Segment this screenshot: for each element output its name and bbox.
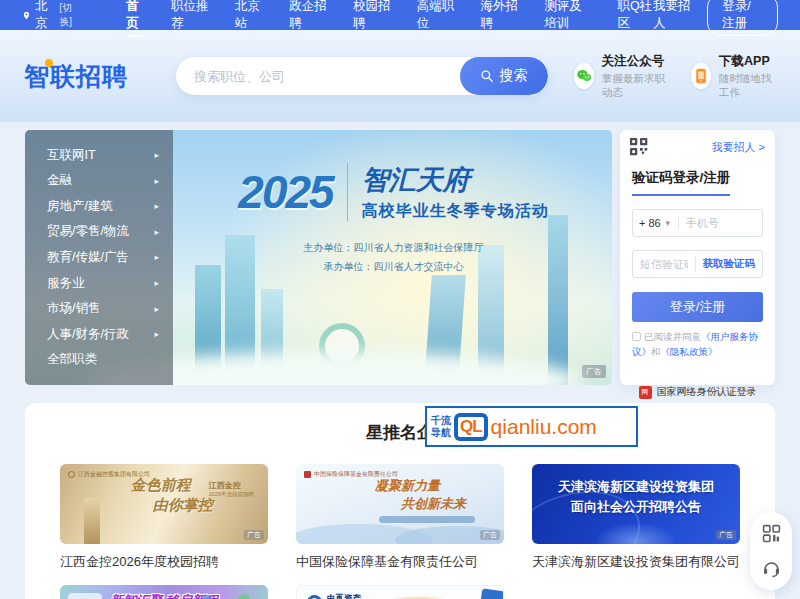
chevron-down-icon: ▼	[664, 219, 672, 228]
watermark-ql-logo: QL	[454, 413, 488, 441]
search-button[interactable]: 搜索	[460, 57, 548, 95]
sidebar-item-education-media[interactable]: 教育/传媒/广告▸	[47, 249, 159, 266]
login-register-button-top[interactable]: 登录/注册	[707, 0, 778, 36]
get-code-button[interactable]: 获取验证码	[695, 257, 763, 271]
featured-title: 星推名企	[60, 421, 740, 444]
company-caption: 江西金控2026年度校园招聘	[60, 553, 268, 571]
recruit-link-panel[interactable]: 我要招人 >	[712, 140, 765, 155]
nav-item-assessment[interactable]: 测评及培训	[544, 0, 591, 38]
banner-hosts: 主办单位：四川省人力资源和社会保障厅 承办单位：四川省人才交流中心	[183, 238, 604, 276]
sms-code-input[interactable]	[633, 258, 695, 270]
building-shape	[424, 275, 466, 385]
agreement-prefix: 已阅读并同意	[644, 331, 701, 342]
search-button-label: 搜索	[500, 67, 528, 85]
sidebar-item-service[interactable]: 服务业▸	[47, 275, 159, 292]
search-bar: 搜索	[176, 57, 548, 95]
app-download[interactable]: 下载APP 随时随地找工作	[691, 53, 776, 100]
nav-item-campus[interactable]: 校园招聘	[353, 0, 391, 38]
watermark-qianliu[interactable]: 千流 导航 QL qianliu.com	[425, 406, 638, 447]
category-label: 金融	[47, 172, 72, 189]
company-banner: 中再资产 CHINA RE ASSET	[296, 585, 504, 599]
sidebar-item-marketing-sales[interactable]: 市场/销售▸	[47, 300, 159, 317]
zhilian-logo[interactable]: 智联招聘	[24, 60, 128, 93]
agreement-text: 已阅读并同意《用户服务协议》和《隐私政策》	[632, 330, 763, 359]
topbar-right: 我要招人 登录/注册	[653, 0, 778, 36]
mini-program-qr-icon[interactable]	[762, 524, 781, 543]
agreement-checkbox[interactable]	[632, 332, 641, 341]
chevron-right-icon: ▸	[154, 252, 159, 262]
pager-active-pill[interactable]	[306, 370, 322, 374]
login-submit-button[interactable]: 登录/注册	[632, 292, 763, 322]
search-input[interactable]	[176, 57, 460, 95]
chevron-right-icon: ▸	[154, 329, 159, 339]
banner-divider	[347, 163, 348, 221]
app-title: 下载APP	[719, 53, 776, 70]
nav-item-zhiq-community[interactable]: 职Q社区	[617, 0, 653, 38]
dot-decoration	[238, 594, 250, 599]
banner-titles: 智汇天府 高校毕业生冬季专场活动	[362, 162, 549, 222]
gov-login-label: 国家网络身份认证登录	[657, 385, 757, 399]
wechat-icon	[574, 63, 594, 89]
agreement-and: 和	[651, 346, 661, 357]
recruit-link-top[interactable]: 我要招人	[653, 0, 691, 32]
category-label: 房地产/建筑	[47, 198, 113, 215]
phone-input-row: + 86 ▼	[632, 209, 763, 237]
banner-headline: 2025 智汇天府 高校毕业生冬季专场活动	[238, 162, 548, 222]
banner-subtitle: 高校毕业生冬季专场活动	[362, 201, 549, 222]
category-label: 市场/销售	[47, 300, 100, 317]
sidebar-item-trade-logistics[interactable]: 贸易/零售/物流▸	[47, 223, 159, 240]
job-category-sidebar: 互联网IT▸ 金融▸ 房地产/建筑▸ 贸易/零售/物流▸ 教育/传媒/广告▸ 服…	[25, 130, 173, 385]
watermark-nav-line1: 千流	[431, 415, 451, 427]
sidebar-item-finance[interactable]: 金融▸	[47, 172, 159, 189]
nav-item-job-recommend[interactable]: 职位推荐	[171, 0, 209, 38]
wechat-title: 关注公众号	[602, 53, 667, 70]
ad-tag: 广告	[480, 530, 500, 540]
category-label: 互联网IT	[47, 147, 96, 164]
company-logo-icon	[304, 471, 311, 478]
company-card-insurance-fund[interactable]: 中国保险保障基金有限责任公司 凝聚新力量 共创新未来 广告 中国保险保障基金有限…	[296, 464, 504, 585]
privacy-policy-link[interactable]: 《隐私政策》	[661, 346, 718, 357]
pager-dot[interactable]	[327, 370, 331, 374]
banner-pagination[interactable]	[306, 370, 331, 374]
nav-item-home[interactable]: 首页	[126, 0, 145, 38]
city-switch-label: [切换]	[59, 1, 80, 29]
customer-service-headset-icon[interactable]	[762, 559, 781, 578]
gov-badge-icon: 网	[639, 386, 652, 399]
banner-content: 2025 智汇天府 高校毕业生冬季专场活动 主办单位：四川省人力资源和社会保障厅…	[183, 162, 604, 276]
glow-decoration	[594, 522, 677, 544]
sidebar-item-realestate[interactable]: 房地产/建筑▸	[47, 198, 159, 215]
sidebar-item-all-categories[interactable]: 全部职类	[47, 351, 159, 368]
nav-item-overseas[interactable]: 海外招聘	[480, 0, 518, 38]
main-nav: 首页 职位推荐 北京站 政企招聘 校园招聘 高端职位 海外招聘 测评及培训 职Q…	[126, 0, 653, 38]
company-card-jiangxi[interactable]: 江西金融控股集团有限公司 金色前程 由你掌控 江西金控 2026年度校园招聘 广…	[60, 464, 268, 585]
country-code-select[interactable]: + 86 ▼	[633, 217, 678, 229]
main-banner-ad[interactable]: 2025 智汇天府 高校毕业生冬季专场活动 主办单位：四川省人力资源和社会保障厅…	[25, 130, 612, 385]
nav-item-high-end[interactable]: 高端职位	[417, 0, 455, 38]
company-card-partial-chinare[interactable]: 中再资产 CHINA RE ASSET	[296, 585, 504, 599]
blue-decoration	[480, 588, 504, 599]
sidebar-item-hr-finance-admin[interactable]: 人事/财务/行政▸	[47, 326, 159, 343]
city-selector[interactable]: 北京 [切换]	[22, 0, 80, 32]
wechat-subtitle: 掌握最新求职动态	[602, 72, 667, 100]
location-pin-icon	[22, 9, 31, 22]
banner-side-text2: 2026年度校园招聘	[209, 491, 254, 498]
sidebar-item-internet-it[interactable]: 互联网IT▸	[47, 147, 159, 164]
nav-item-gov-enterprise[interactable]: 政企招聘	[289, 0, 327, 38]
city-name: 北京	[35, 0, 55, 32]
phone-input[interactable]	[679, 217, 762, 229]
chevron-right-icon: ▸	[154, 304, 159, 314]
banner-slogan-line2: 共创新未来	[401, 495, 466, 513]
qr-code-login-icon[interactable]	[629, 137, 651, 163]
watermark-nav-line2: 导航	[431, 427, 451, 439]
wechat-follow[interactable]: 关注公众号 掌握最新求职动态	[574, 53, 667, 100]
building-decoration	[84, 498, 100, 544]
company-card-partial-purple[interactable]: 新智汇聚 移启新程	[60, 585, 268, 599]
sms-code-row: 获取验证码	[632, 250, 763, 278]
chevron-right-icon: ▸	[154, 278, 159, 288]
company-card-tianjin-binhai[interactable]: 天津滨海新区建设投资集团 面向社会公开招聘公告 广告 天津滨海新区建设投资集团有…	[532, 464, 740, 585]
watermark-domain: qianliu.com	[491, 415, 597, 439]
nav-item-beijing-station[interactable]: 北京站	[235, 0, 263, 38]
phone-icon	[691, 63, 711, 89]
gov-identity-login[interactable]: 网 国家网络身份认证登录	[632, 385, 763, 399]
banner-slogan: 新智汇聚 移启新程	[60, 592, 268, 599]
